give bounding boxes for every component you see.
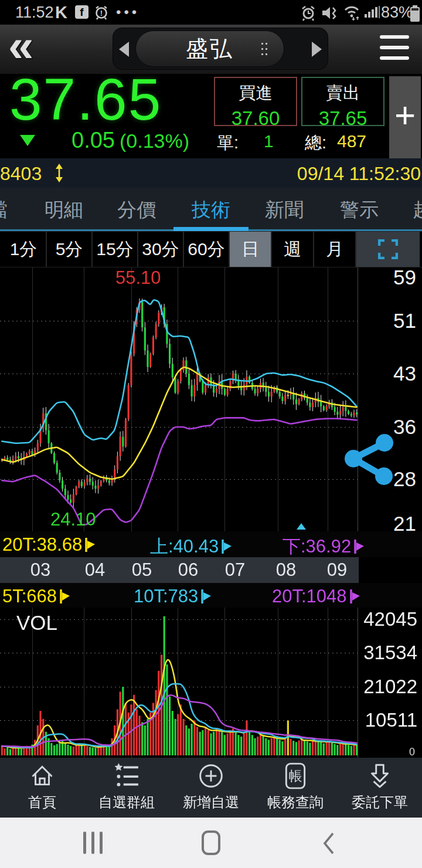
vol-axis-label-3: 10511 bbox=[365, 709, 417, 731]
vol-axis-label-0: 42045 bbox=[363, 608, 417, 630]
share-button[interactable] bbox=[343, 432, 397, 487]
nav-add-watch[interactable]: 新增自選 bbox=[169, 758, 253, 818]
android-back-button[interactable] bbox=[322, 832, 335, 855]
chart-marker-icon bbox=[297, 523, 306, 530]
nav-order-label: 委託下單 bbox=[352, 793, 408, 812]
bottom-nav: 首頁 自選群組 新增自選 帳 帳務查詢 bbox=[0, 758, 422, 818]
nav-home[interactable]: 首頁 bbox=[0, 758, 84, 818]
buy-price: 37.60 bbox=[215, 107, 296, 130]
month-label-3: 06 bbox=[178, 560, 198, 581]
total-value: 487 bbox=[337, 131, 366, 151]
tab-6[interactable]: 趨 bbox=[413, 197, 422, 223]
vol-axis-label-2: 21022 bbox=[363, 676, 417, 698]
timeframe-4[interactable]: 60分 bbox=[184, 232, 230, 267]
timeframe-7[interactable]: 月 bbox=[314, 232, 356, 267]
tab-2[interactable]: 分價 bbox=[117, 197, 156, 223]
tab-1[interactable]: 明細 bbox=[45, 197, 83, 223]
svg-text:帳: 帳 bbox=[289, 768, 302, 784]
price-chart[interactable]: 595143362821 55.10 24.10 bbox=[0, 267, 422, 531]
vol-ma20-value: 20T:1048 bbox=[272, 586, 361, 607]
fullscreen-icon bbox=[378, 239, 398, 259]
tab-3[interactable]: 技術 bbox=[192, 197, 230, 223]
volume-chart[interactable]: VOL 42045315342102210511 0 bbox=[0, 608, 422, 758]
menu-button[interactable] bbox=[380, 35, 409, 63]
sell-price: 37.65 bbox=[302, 107, 383, 130]
tab-active-underline bbox=[173, 227, 249, 231]
more-notifications-icon: ••• bbox=[116, 0, 139, 25]
nav-watchlist-groups[interactable]: 自選群組 bbox=[84, 758, 169, 818]
upper-band-value: 上:40.43 bbox=[150, 534, 233, 559]
month-label-5: 08 bbox=[276, 560, 296, 581]
month-label-6: 09 bbox=[327, 560, 347, 581]
vol-ma10-value: 10T:783 bbox=[134, 586, 212, 607]
stock-code: 8403 bbox=[0, 163, 42, 185]
fullscreen-button[interactable] bbox=[356, 232, 420, 267]
buy-label: 買進 bbox=[215, 82, 296, 105]
wifi-icon bbox=[343, 5, 361, 21]
timeframe-5[interactable]: 日 bbox=[230, 232, 272, 267]
next-stock-icon[interactable] bbox=[312, 42, 322, 57]
back-button[interactable]: « bbox=[8, 19, 33, 72]
total-label: 總: bbox=[305, 131, 326, 155]
nav-add-watch-label: 新增自選 bbox=[183, 793, 239, 812]
vol-axis-label-1: 31534 bbox=[363, 642, 417, 664]
alarm-clock-icon bbox=[300, 5, 316, 21]
timeframe-1[interactable]: 5分 bbox=[47, 232, 93, 267]
tab-5[interactable]: 警示 bbox=[340, 197, 379, 223]
timeframe-6[interactable]: 週 bbox=[272, 232, 314, 267]
android-home-button[interactable] bbox=[202, 830, 220, 855]
price-axis-label-2: 43 bbox=[393, 362, 416, 385]
price-axis-label-1: 51 bbox=[393, 309, 416, 333]
volume-indicator-row: 5T:668 10T:783 20T:1048 bbox=[0, 583, 422, 608]
watchlist-star-icon bbox=[113, 762, 140, 789]
add-button[interactable]: + bbox=[389, 76, 421, 158]
down-arrow-icon bbox=[20, 135, 35, 146]
stock-title-button[interactable]: 盛弘 bbox=[135, 30, 284, 67]
sell-button[interactable]: 賣出 37.65 bbox=[301, 77, 384, 126]
battery-icon bbox=[409, 5, 421, 22]
volume-title: VOL bbox=[16, 611, 57, 635]
month-axis: 03040506070809 bbox=[0, 557, 359, 583]
ticker-bar: 8403 09/14 11:52:30 bbox=[0, 158, 422, 188]
nav-account-query[interactable]: 帳 帳務查詢 bbox=[253, 758, 338, 818]
mute-vibrate-icon bbox=[321, 5, 339, 21]
stock-switcher: 盛弘 bbox=[113, 28, 328, 70]
updown-arrows-icon bbox=[54, 164, 64, 182]
quote-datetime: 09/14 11:52:30 bbox=[297, 163, 421, 185]
quote-panel: 37.65 0.05 (0.13%) 買進 37.60 賣出 37.65 單: … bbox=[0, 74, 422, 158]
month-label-2: 05 bbox=[132, 560, 152, 581]
candlestick-canvas[interactable] bbox=[0, 267, 359, 531]
timeframe-2[interactable]: 15分 bbox=[93, 232, 138, 267]
stock-grid-dots-icon bbox=[261, 43, 267, 57]
bollinger-indicator-row: 20T:38.68 上:40.43 下:36.92 bbox=[0, 531, 422, 557]
price-change: 0.05 bbox=[72, 128, 115, 153]
tab-4[interactable]: 新聞 bbox=[265, 197, 304, 223]
timeframe-bar: 1分5分15分30分60分日週月 bbox=[0, 231, 422, 267]
ma20-value: 20T:38.68 bbox=[2, 534, 96, 555]
last-price: 37.65 bbox=[9, 66, 162, 133]
buy-button[interactable]: 買進 37.60 bbox=[214, 77, 297, 126]
nav-home-label: 首頁 bbox=[28, 793, 56, 812]
tab-0[interactable]: 檔 bbox=[0, 197, 8, 223]
recent-apps-button[interactable] bbox=[83, 832, 104, 854]
price-axis-label-0: 59 bbox=[393, 266, 416, 289]
battery-percent: 83% bbox=[381, 0, 413, 25]
price-change-percent: (0.13%) bbox=[120, 130, 189, 152]
period-low-label: 24.10 bbox=[50, 509, 96, 530]
month-label-0: 03 bbox=[30, 560, 50, 581]
timeframe-3[interactable]: 30分 bbox=[138, 232, 184, 267]
prev-stock-icon[interactable] bbox=[119, 42, 129, 57]
sell-label: 賣出 bbox=[302, 82, 383, 105]
timeframe-0[interactable]: 1分 bbox=[1, 232, 47, 267]
kakao-app-icon: K bbox=[55, 0, 67, 25]
nav-place-order[interactable]: 委託下單 bbox=[338, 758, 422, 818]
month-label-1: 04 bbox=[85, 560, 105, 581]
svg-text:!: ! bbox=[100, 9, 103, 18]
vol-ma5-value: 5T:668 bbox=[2, 586, 71, 607]
account-book-icon: 帳 bbox=[282, 762, 309, 789]
stock-title: 盛弘 bbox=[186, 36, 234, 61]
facebook-app-icon: f bbox=[75, 5, 89, 19]
lot-value: 1 bbox=[264, 131, 274, 151]
signal-bars-icon bbox=[365, 5, 380, 21]
month-label-4: 07 bbox=[225, 560, 245, 581]
